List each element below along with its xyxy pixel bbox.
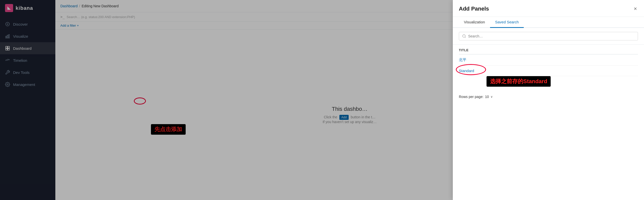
tab-saved-search[interactable]: Saved Search [490, 17, 524, 28]
panel-modal: Add Panels × Visualization Saved Search … [453, 0, 644, 200]
rows-per-page-value: 10 [485, 95, 489, 99]
panel-modal-overlay: Add Panels × Visualization Saved Search … [0, 0, 644, 200]
panel-search-box[interactable] [459, 32, 638, 40]
search-icon [462, 34, 466, 38]
table-row[interactable]: 北平 [459, 55, 638, 66]
panel-close-button[interactable]: × [633, 5, 638, 13]
rows-per-page: Rows per page: 10 ∨ [459, 91, 638, 102]
panel-body: Title 北平 Standard 选择之前存的Standard Rows pe… [453, 45, 644, 200]
annotation-right: 选择之前存的Standard [487, 76, 551, 87]
svg-point-14 [463, 35, 465, 37]
panel-table-header: Title [459, 45, 638, 55]
panel-modal-header: Add Panels × [453, 0, 644, 17]
panel-modal-title: Add Panels [459, 6, 489, 12]
rows-per-page-label: Rows per page: [459, 95, 484, 99]
panel-tabs: Visualization Saved Search [453, 17, 644, 28]
rows-per-page-chevron[interactable]: ∨ [491, 95, 493, 98]
panel-search-area [453, 28, 644, 45]
tab-visualization[interactable]: Visualization [459, 17, 490, 28]
panel-search-input[interactable] [468, 34, 635, 38]
svg-line-15 [465, 37, 466, 38]
annotation-area: 选择之前存的Standard [459, 76, 638, 91]
table-row-standard[interactable]: Standard [459, 66, 638, 76]
